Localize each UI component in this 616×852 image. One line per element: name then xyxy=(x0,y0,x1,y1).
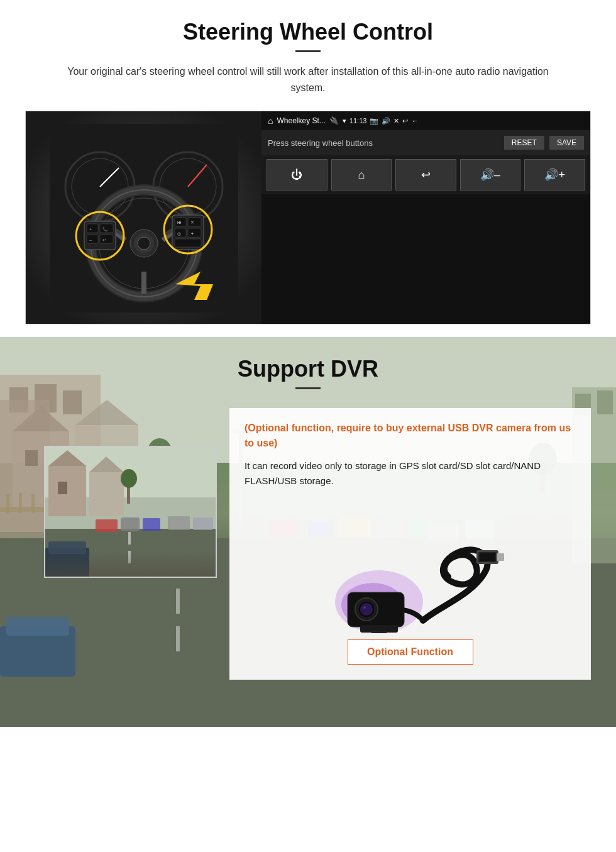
back-icon: ↩ xyxy=(402,117,408,125)
svg-rect-95 xyxy=(128,551,131,563)
power-button[interactable]: ⏻ xyxy=(267,159,327,191)
svg-rect-99 xyxy=(168,516,190,530)
dvr-title: Support DVR xyxy=(25,356,591,382)
nav-back-icon: ← xyxy=(411,117,418,124)
close-icon: ✕ xyxy=(393,117,399,125)
svg-rect-97 xyxy=(121,517,140,531)
svg-text:✦: ✦ xyxy=(190,231,194,236)
steering-composite-image: + 📞 – ↩ ⏭ ✕ ◎ ✦ xyxy=(25,111,591,324)
svg-rect-100 xyxy=(193,517,213,530)
camera-icon: 📷 xyxy=(370,117,378,125)
dvr-camera-svg xyxy=(297,495,524,633)
svg-rect-96 xyxy=(96,519,118,532)
vol-icon: 🔊 xyxy=(382,117,390,125)
dvr-right-panel: (Optional function, require to buy exter… xyxy=(229,408,591,680)
vol-down-button[interactable]: 🔊– xyxy=(460,159,521,191)
svg-rect-102 xyxy=(48,541,86,554)
svg-text:◎: ◎ xyxy=(177,231,181,236)
steering-title: Steering Wheel Control xyxy=(25,19,591,45)
svg-rect-22 xyxy=(87,235,98,243)
svg-rect-93 xyxy=(45,529,217,578)
home-button[interactable]: ⌂ xyxy=(331,159,392,191)
optional-function-button[interactable]: Optional Function xyxy=(348,639,473,665)
svg-rect-101 xyxy=(45,548,89,578)
dvr-camera-screenshot xyxy=(44,446,217,578)
svg-point-92 xyxy=(121,469,137,488)
svg-point-18 xyxy=(138,237,150,250)
back-btn-icon: ↩ xyxy=(421,168,431,182)
svg-text:📞: 📞 xyxy=(102,226,108,232)
vol-up-button[interactable]: 🔊+ xyxy=(524,159,585,191)
svg-text:⏭: ⏭ xyxy=(177,220,182,224)
svg-rect-107 xyxy=(480,553,495,561)
title-divider xyxy=(295,50,321,52)
dvr-inner: Support DVR xyxy=(0,337,616,705)
svg-text:↩: ↩ xyxy=(102,238,106,242)
home-icon: ⌂ xyxy=(268,116,273,126)
svg-point-114 xyxy=(360,603,373,616)
steering-wheel-section: Steering Wheel Control Your original car… xyxy=(0,0,616,337)
save-button[interactable]: SAVE xyxy=(549,136,584,150)
svg-rect-89 xyxy=(89,472,124,516)
svg-text:✕: ✕ xyxy=(190,220,194,224)
dvr-description: It can record video only to storage in G… xyxy=(245,458,576,489)
svg-rect-33 xyxy=(175,239,201,247)
dvr-left-column xyxy=(25,446,217,578)
svg-rect-88 xyxy=(58,482,67,494)
home-btn-icon: ⌂ xyxy=(358,169,365,182)
reset-button[interactable]: RESET xyxy=(504,136,544,150)
android-statusbar: ⌂ Wheelkey St... 🔌 ▾ 11:13 📷 🔊 ✕ ↩ ← xyxy=(261,111,590,130)
vol-up-icon: 🔊+ xyxy=(544,168,565,182)
dvr-optional-text: (Optional function, require to buy exter… xyxy=(245,421,576,451)
dvr-camera-device-image xyxy=(245,501,576,627)
dvr-content-row: (Optional function, require to buy exter… xyxy=(25,408,591,680)
svg-text:+: + xyxy=(89,226,92,232)
svg-rect-108 xyxy=(497,553,504,561)
steering-wheel-svg: + 📞 – ↩ ⏭ ✕ ◎ ✦ xyxy=(50,124,238,313)
android-content-area xyxy=(261,194,590,324)
wifi-icon: ▾ xyxy=(343,117,346,125)
power-icon: ⏻ xyxy=(291,169,302,182)
svg-rect-94 xyxy=(128,532,131,545)
prompt-text: Press steering wheel buttons xyxy=(268,138,499,148)
usb-icon: 🔌 xyxy=(329,116,339,125)
status-icons: ▾ 11:13 📷 🔊 ✕ ↩ ← xyxy=(343,117,419,125)
function-buttons-row: ⏻ ⌂ ↩ 🔊– 🔊+ xyxy=(261,155,590,194)
dvr-screenshot-svg xyxy=(45,447,217,578)
svg-rect-116 xyxy=(371,631,387,633)
app-name-label: Wheelkey St... xyxy=(277,116,325,125)
steering-description: Your original car's steering wheel contr… xyxy=(50,64,566,96)
android-toolbar: Press steering wheel buttons RESET SAVE xyxy=(261,130,590,155)
vol-down-icon: 🔊– xyxy=(480,168,500,182)
steering-photo: + 📞 – ↩ ⏭ ✕ ◎ ✦ xyxy=(26,111,261,324)
svg-rect-20 xyxy=(87,224,98,233)
dvr-divider xyxy=(295,387,321,389)
back-button[interactable]: ↩ xyxy=(395,159,456,191)
svg-text:–: – xyxy=(89,237,92,243)
dvr-section: Support DVR xyxy=(0,337,616,727)
svg-rect-98 xyxy=(143,518,160,531)
android-screen-panel: ⌂ Wheelkey St... 🔌 ▾ 11:13 📷 🔊 ✕ ↩ ← Pre… xyxy=(261,111,590,324)
time-label: 11:13 xyxy=(349,117,367,124)
